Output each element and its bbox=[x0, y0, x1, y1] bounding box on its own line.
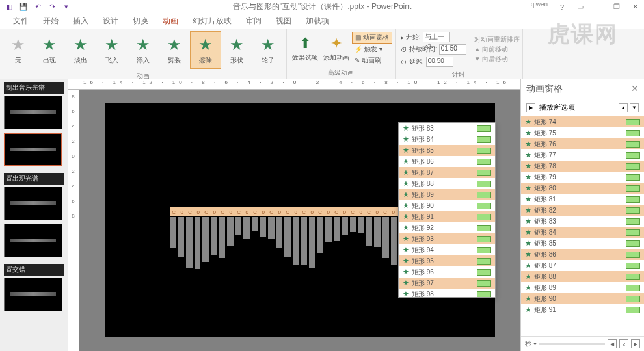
anim-飞入[interactable]: ★飞入 bbox=[96, 31, 127, 69]
minimize-icon[interactable]: — bbox=[589, 1, 608, 14]
anim-list-item[interactable]: ★矩形 76 bbox=[521, 138, 644, 150]
play-selected-button[interactable]: 播放所选项 bbox=[539, 103, 575, 112]
move-later-button[interactable]: ▼ 向后移动 bbox=[474, 55, 520, 64]
anim-list-item[interactable]: ★矩形 82 bbox=[521, 205, 644, 216]
anim-list-item[interactable]: ★矩形 81 bbox=[521, 194, 644, 205]
star-icon: ★ bbox=[403, 268, 409, 276]
anim-list-item[interactable]: ★矩形 84 bbox=[521, 227, 644, 238]
anim-list-item[interactable]: ★矩形 90 bbox=[521, 293, 644, 304]
anim-list-item[interactable]: ★矩形 77 bbox=[521, 150, 644, 161]
anim-形状[interactable]: ★形状 bbox=[221, 31, 252, 69]
anim-淡出[interactable]: ★淡出 bbox=[65, 31, 96, 69]
timeline-next-icon[interactable]: ▶ bbox=[631, 339, 640, 348]
anim-list-item[interactable]: ★矩形 78 bbox=[521, 161, 644, 172]
anim-list-item[interactable]: ★矩形 86 bbox=[521, 249, 644, 260]
anim-list-item[interactable]: ★矩形 84 bbox=[399, 134, 495, 145]
add-animation-button[interactable]: ✦ 添加动画 bbox=[321, 32, 352, 65]
move-earlier-button[interactable]: ▲ 向前移动 bbox=[474, 45, 520, 54]
duration-value[interactable]: 01.50 bbox=[439, 44, 466, 55]
anim-擦除[interactable]: ★擦除 bbox=[190, 31, 221, 69]
anim-无[interactable]: ★无 bbox=[3, 31, 34, 69]
slide-thumb[interactable] bbox=[4, 224, 62, 257]
anim-list-item[interactable]: ★矩形 87 bbox=[399, 167, 495, 178]
start-row[interactable]: ▸ 开始: 与上一动… bbox=[398, 31, 469, 43]
anim-list-item[interactable]: ★矩形 90 bbox=[399, 200, 495, 211]
ribbon-options-icon[interactable]: ▭ bbox=[571, 1, 589, 14]
thumb-title-3: 置交错 bbox=[4, 264, 64, 276]
delay-value[interactable]: 00.50 bbox=[426, 57, 453, 67]
animation-pane-button[interactable]: ▤动画窗格 bbox=[352, 32, 392, 44]
tab-审阅[interactable]: 审阅 bbox=[243, 14, 264, 29]
duration-bar bbox=[626, 130, 640, 136]
anim-list-item[interactable]: ★矩形 88 bbox=[399, 178, 495, 189]
star-icon: ★ bbox=[198, 36, 213, 54]
trigger-button[interactable]: ⚡触发 ▾ bbox=[352, 44, 392, 55]
timeline-prev-icon[interactable]: ◀ bbox=[608, 339, 617, 348]
anim-list-item[interactable]: ★矩形 83 bbox=[399, 123, 495, 134]
account-name[interactable]: qiwen bbox=[531, 1, 548, 14]
anim-list-item[interactable]: ★矩形 93 bbox=[399, 233, 495, 244]
app-icon[interactable]: ◧ bbox=[3, 1, 16, 13]
effect-options-button[interactable]: ⬆ 效果选项 bbox=[289, 32, 321, 65]
tab-文件[interactable]: 文件 bbox=[10, 14, 31, 29]
anim-劈裂[interactable]: ★劈裂 bbox=[159, 31, 190, 69]
star-icon: ★ bbox=[403, 213, 409, 221]
help-icon[interactable]: ? bbox=[553, 1, 571, 14]
tab-动画[interactable]: 动画 bbox=[160, 14, 181, 29]
anim-浮入[interactable]: ★浮入 bbox=[127, 31, 159, 69]
maximize-icon[interactable]: ❐ bbox=[608, 1, 626, 14]
tab-幻灯片放映[interactable]: 幻灯片放映 bbox=[190, 14, 234, 29]
anim-list-item[interactable]: ★矩形 89 bbox=[399, 189, 495, 200]
timeline-track[interactable] bbox=[539, 343, 605, 345]
slide-thumb[interactable] bbox=[4, 278, 62, 311]
anim-list-item[interactable]: ★矩形 89 bbox=[521, 282, 644, 293]
duration-bar bbox=[477, 136, 491, 143]
anim-list-item[interactable]: ★矩形 94 bbox=[399, 244, 495, 255]
duration-row[interactable]: ⏱ 持续时间: 01.50 bbox=[398, 44, 469, 55]
start-value[interactable]: 与上一动… bbox=[423, 32, 450, 42]
anim-list-item[interactable]: ★矩形 95 bbox=[399, 255, 495, 266]
zoom-value[interactable]: 2 bbox=[619, 339, 628, 348]
anim-list-item[interactable]: ★矩形 92 bbox=[399, 222, 495, 233]
seconds-label[interactable]: 秒 ▾ bbox=[525, 339, 537, 348]
anim-list-item[interactable]: ★矩形 80 bbox=[521, 183, 644, 194]
slide-thumb[interactable] bbox=[4, 96, 62, 129]
animation-overflow-list[interactable]: ★矩形 83★矩形 84★矩形 85★矩形 86★矩形 87★矩形 88★矩形 … bbox=[398, 122, 496, 298]
move-down-icon[interactable]: ▼ bbox=[630, 103, 639, 112]
tab-视图[interactable]: 视图 bbox=[273, 14, 294, 29]
pane-close-icon[interactable]: ✕ bbox=[631, 83, 639, 95]
anim-list-item[interactable]: ★矩形 85 bbox=[399, 145, 495, 156]
qat-more-icon[interactable]: ▾ bbox=[60, 1, 73, 13]
anim-list-item[interactable]: ★矩形 91 bbox=[399, 211, 495, 222]
anim-list-item[interactable]: ★矩形 74 bbox=[521, 116, 644, 127]
anim-list-item[interactable]: ★矩形 91 bbox=[521, 304, 644, 315]
anim-list-item[interactable]: ★矩形 79 bbox=[521, 172, 644, 183]
anim-出现[interactable]: ★出现 bbox=[34, 31, 65, 69]
tab-插入[interactable]: 插入 bbox=[70, 14, 91, 29]
anim-list-item[interactable]: ★矩形 85 bbox=[521, 238, 644, 249]
delay-row[interactable]: ⏲ 延迟: 00.50 bbox=[398, 56, 469, 68]
anim-list-item[interactable]: ★矩形 87 bbox=[521, 260, 644, 271]
undo-icon[interactable]: ↶ bbox=[31, 1, 44, 13]
close-icon[interactable]: ✕ bbox=[626, 1, 644, 14]
tab-设计[interactable]: 设计 bbox=[100, 14, 121, 29]
animation-painter-button[interactable]: ✎动画刷 bbox=[352, 55, 392, 66]
anim-list-item[interactable]: ★矩形 83 bbox=[521, 216, 644, 227]
anim-list-item[interactable]: ★矩形 96 bbox=[399, 266, 495, 278]
redo-icon[interactable]: ↷ bbox=[46, 1, 59, 13]
tab-开始[interactable]: 开始 bbox=[40, 14, 61, 29]
slide-thumbnails[interactable]: 制出音乐光谱 置出现光谱 置交错 bbox=[0, 79, 68, 351]
move-up-icon[interactable]: ▲ bbox=[619, 103, 628, 112]
play-icon[interactable]: ▶ bbox=[526, 103, 535, 112]
tab-加载项[interactable]: 加载项 bbox=[303, 14, 332, 29]
anim-list-item[interactable]: ★矩形 98 bbox=[399, 289, 495, 298]
anim-list-item[interactable]: ★矩形 88 bbox=[521, 271, 644, 282]
tab-切换[interactable]: 切换 bbox=[130, 14, 151, 29]
anim-轮子[interactable]: ★轮子 bbox=[252, 31, 284, 69]
anim-list-item[interactable]: ★矩形 75 bbox=[521, 127, 644, 138]
save-icon[interactable]: 💾 bbox=[17, 1, 30, 13]
anim-list-item[interactable]: ★矩形 86 bbox=[399, 156, 495, 167]
slide-thumb[interactable] bbox=[4, 187, 62, 220]
anim-list-item[interactable]: ★矩形 97 bbox=[399, 278, 495, 289]
slide-thumb[interactable] bbox=[4, 133, 62, 166]
